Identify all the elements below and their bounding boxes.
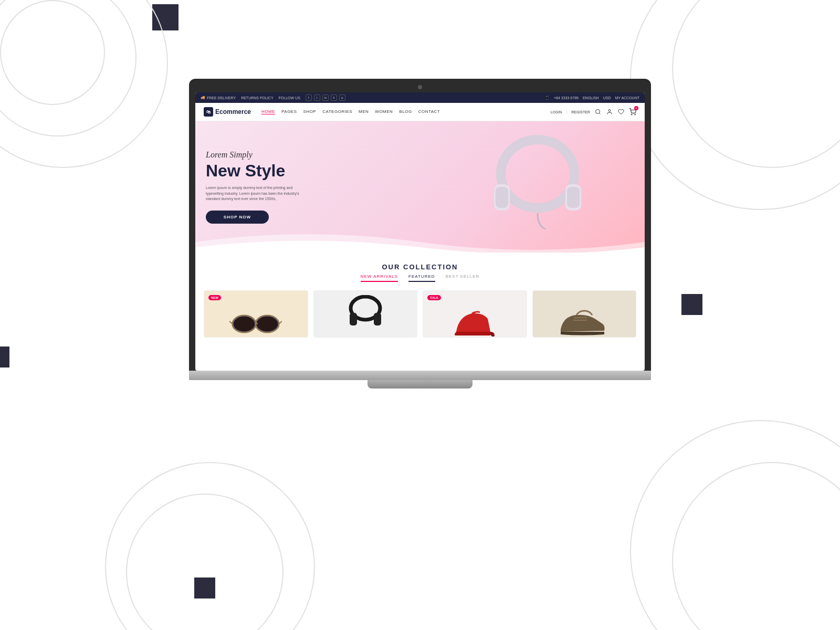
svg-point-11 (235, 317, 254, 331)
nav-men[interactable]: MEN (359, 109, 369, 114)
svg-point-13 (258, 317, 277, 331)
circle-bl-2 (126, 494, 284, 630)
linkedin-icon[interactable]: li (331, 94, 337, 101)
svg-point-4 (635, 114, 635, 115)
decoration-square-1 (152, 4, 178, 30)
nav-contact[interactable]: CONTACT (418, 109, 440, 114)
svg-rect-19 (350, 313, 357, 326)
nav-register[interactable]: REGISTER (571, 110, 590, 114)
currency-label[interactable]: USD (603, 96, 611, 100)
returns-label: RETURNS POLICY (241, 96, 273, 100)
my-account-label[interactable]: MY ACCOUNT (615, 96, 639, 100)
circle-tl-1 (0, 0, 168, 168)
truck-icon: 🚚 (201, 96, 205, 100)
circle-br-2 (672, 462, 840, 630)
nav-blog[interactable]: BLOG (399, 109, 412, 114)
hero-script-text: Lorem Simply (206, 150, 420, 160)
tab-best-seller[interactable]: BEST SELLER (446, 274, 480, 282)
shoes-img (558, 306, 611, 337)
svg-rect-21 (574, 317, 587, 318)
phone-icon: 📱 (545, 96, 550, 100)
instagram-icon[interactable]: in (322, 94, 329, 101)
circle-tr-2 (672, 0, 840, 168)
tab-featured[interactable]: FEATURED (408, 274, 435, 282)
pinterest-icon[interactable]: p (339, 94, 345, 101)
sunglasses-img (229, 308, 282, 337)
product-card-headphones[interactable] (313, 290, 418, 338)
svg-point-2 (608, 110, 611, 112)
nav-login[interactable]: LOGIN (551, 110, 562, 114)
laptop-body: 🚚 FREE DELIVERY RETURNS POLICY FOLLOW US… (189, 79, 651, 371)
decoration-square-2 (681, 294, 702, 315)
language-label[interactable]: ENGLISH (583, 96, 599, 100)
follow-label: FOLLOW US (279, 96, 300, 100)
social-icons: f t in li p (306, 94, 345, 101)
site-topbar: 🚚 FREE DELIVERY RETURNS POLICY FOLLOW US… (195, 92, 645, 103)
topbar-left: 🚚 FREE DELIVERY RETURNS POLICY FOLLOW US… (201, 94, 345, 101)
topbar-returns: RETURNS POLICY (241, 96, 273, 100)
laptop-camera (418, 85, 422, 89)
cart-icon[interactable]: 0 (629, 108, 636, 116)
hero-title: New Style (206, 162, 420, 180)
shop-now-button[interactable]: SHOP NOW (206, 211, 269, 224)
twitter-icon[interactable]: t (314, 94, 320, 101)
search-icon[interactable] (594, 108, 602, 116)
hero-description: Lorem ipsum is simply dummy text of the … (206, 185, 311, 202)
site-nav: 🛍 Ecommerce HOME PAGES SHOP CATEGORIES M… (195, 103, 645, 121)
svg-point-5 (501, 140, 574, 208)
decoration-square-3 (0, 346, 9, 368)
circle-bl-1 (105, 462, 315, 630)
decoration-square-4 (194, 578, 215, 598)
product-card-shoes[interactable] (532, 290, 637, 338)
nav-categories[interactable]: CATEGORIES (322, 109, 352, 114)
circle-tl-2 (0, 0, 136, 136)
logo-icon: 🛍 (204, 107, 213, 117)
circle-tr-1 (630, 0, 840, 210)
cart-badge: 0 (634, 106, 638, 110)
svg-point-0 (596, 110, 600, 114)
topbar-follow: FOLLOW US (279, 96, 300, 100)
laptop-stand (368, 380, 472, 388)
collection-tabs: NEW ARRIVALS FEATURED BEST SELLER (204, 274, 636, 282)
logo-text: Ecommerce (215, 108, 251, 116)
heels-img (451, 303, 498, 337)
phone-number: +84 3333 6789 (554, 96, 579, 100)
laptop-screen: 🚚 FREE DELIVERY RETURNS POLICY FOLLOW US… (195, 92, 645, 371)
topbar-right: 📱 +84 3333 6789 ENGLISH USD MY ACCOUNT (545, 96, 639, 100)
svg-point-3 (632, 114, 632, 115)
facebook-icon[interactable]: f (306, 94, 312, 101)
tab-new-arrivals[interactable]: NEW ARRIVALS (361, 274, 398, 282)
svg-rect-20 (374, 313, 381, 326)
hero-wave (195, 226, 645, 253)
nav-women[interactable]: WOMEN (375, 109, 393, 114)
headphones-img (347, 295, 384, 337)
wishlist-icon[interactable] (617, 108, 625, 116)
circle-br-1 (630, 420, 840, 630)
nav-shop[interactable]: SHOP (303, 109, 317, 114)
svg-rect-22 (573, 320, 587, 321)
svg-rect-7 (496, 187, 508, 208)
nav-home[interactable]: HOME (261, 109, 275, 114)
product-grid: NEW (204, 290, 636, 338)
collection-section: OUR COLLECTION NEW ARRIVALS FEATURED BES… (195, 253, 645, 338)
site-logo[interactable]: 🛍 Ecommerce (204, 107, 251, 117)
nav-links: HOME PAGES SHOP CATEGORIES MEN WOMEN BLO… (261, 109, 551, 114)
laptop-mockup: 🚚 FREE DELIVERY RETURNS POLICY FOLLOW US… (189, 79, 651, 388)
nav-actions: LOGIN | REGISTER 0 (551, 108, 636, 116)
hero-section: Lorem Simply New Style Lorem ipsum is si… (195, 121, 645, 253)
product-badge-sale: SALE (427, 295, 441, 300)
laptop-base (189, 371, 651, 380)
product-card-sunglasses[interactable]: NEW (204, 290, 308, 338)
svg-line-1 (599, 113, 600, 114)
circle-tl-3 (0, 0, 105, 105)
nav-pages[interactable]: PAGES (281, 109, 297, 114)
collection-title: OUR COLLECTION (204, 263, 636, 271)
topbar-free-delivery: 🚚 FREE DELIVERY (201, 96, 236, 100)
user-icon[interactable] (606, 108, 613, 116)
headphone-illustration (482, 132, 593, 242)
product-card-heels[interactable]: SALE (423, 290, 527, 338)
free-delivery-label: FREE DELIVERY (207, 96, 236, 100)
product-badge-new: NEW (208, 295, 221, 300)
svg-rect-9 (567, 187, 580, 208)
svg-rect-14 (255, 322, 258, 324)
